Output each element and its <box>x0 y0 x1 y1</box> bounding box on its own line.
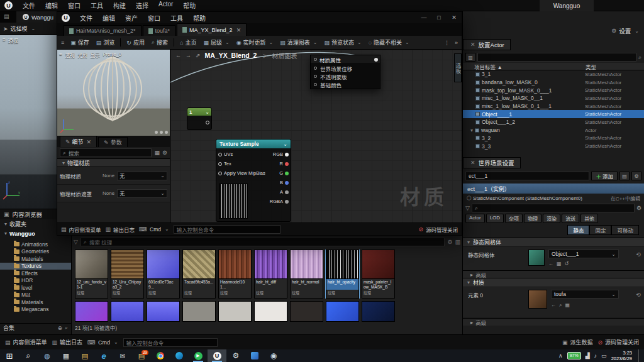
output-pin-row[interactable]: B <box>270 178 289 187</box>
details-category-物理[interactable]: 物理 <box>524 214 541 223</box>
taskbar-icon-search[interactable] <box>19 349 38 362</box>
breadcrumb-root[interactable]: MA_YX_Blend_2 <box>205 52 257 59</box>
toolbar-button-保存[interactable]: ▣保存 <box>67 37 92 48</box>
context-menu-item[interactable]: 基础颜色 <box>311 80 380 89</box>
menu-item-编辑[interactable]: 编辑 <box>40 0 63 11</box>
material-preview-viewport[interactable]: ≡ 透视 光照 显示 Profile_0 <box>57 50 170 136</box>
column-item-label[interactable]: 项目标签 ▲ <box>474 63 502 70</box>
tab-details[interactable]: ✎ 细节 ✕ <box>60 136 97 147</box>
tree-item-Animations[interactable]: Animations <box>0 241 71 248</box>
toolbar-button-隐藏不相关[interactable]: ◌隐藏不相关⌄ <box>365 37 413 48</box>
material-thumbnail[interactable] <box>528 290 547 309</box>
tray-chevron-icon[interactable]: ∧ <box>558 353 563 359</box>
details-category-渲染[interactable]: 渲染 <box>543 214 560 223</box>
content-drawer-button[interactable]: ▤ 内容侧滑菜单 <box>61 226 101 233</box>
details-category-流送[interactable]: 流送 <box>562 214 579 223</box>
outliner-filter-icon[interactable]: ▥ <box>465 53 475 62</box>
details-search-input[interactable]: ⌕ 搜索 <box>60 148 152 157</box>
section-materials[interactable]: ▾ 材质 <box>463 278 644 287</box>
minimize-icon[interactable]: — <box>416 14 431 21</box>
more-icon[interactable]: ⋮ <box>444 40 450 46</box>
outliner-row[interactable]: ▾waguanActor <box>463 126 644 134</box>
asset-tile[interactable]: 7acad9fc453a...纹理 <box>182 250 216 299</box>
tree-item-HDR[interactable]: HDR <box>0 277 71 285</box>
dock-icon[interactable]: ▤ <box>4 13 9 19</box>
toolbar-button-实时更新[interactable]: ◉实时更新⌄ <box>233 37 277 48</box>
texture-sample-node[interactable]: Texture Sample ⌄ UVsTexApply View MipBia… <box>216 139 291 222</box>
toolbar-button-清理图表[interactable]: ▧清理图表⌄ <box>277 37 320 48</box>
toolbar-button-浏览[interactable]: ▤浏览 <box>93 37 118 48</box>
tree-item-Materials[interactable]: Materials <box>0 299 71 306</box>
toolbar-button-主页[interactable]: ⌂主页 <box>177 37 199 48</box>
taskbar-icon-folder[interactable]: 39 <box>132 349 151 362</box>
tree-item-level[interactable]: level <box>0 284 71 292</box>
place-actors-tab[interactable]: ✕ 放置Actor <box>463 39 511 50</box>
collections-row[interactable]: 合集 ⊕ ⌕ <box>0 323 71 332</box>
search-icon[interactable]: ⌕ <box>65 324 68 331</box>
menu-item-构建[interactable]: 构建 <box>108 0 131 11</box>
material-graph[interactable]: ← → ⇗ MA_YX_Blend_2 ＞ 材质图表 选板 材质 材质属性 世界… <box>170 50 462 222</box>
taskbar-icon-photos[interactable] <box>245 349 264 362</box>
level-tab[interactable]: U Wanggu <box>16 11 60 23</box>
reset-to-default-icon[interactable]: ⟲ <box>636 292 641 298</box>
menu-item-帮助[interactable]: 帮助 <box>178 0 201 11</box>
tree-item-Effects[interactable]: Effects <box>0 270 71 277</box>
asset-search-input[interactable]: ⌕ 搜索 纹理 <box>80 238 445 246</box>
search-icon[interactable]: ⌕ <box>638 54 641 61</box>
notification-icon[interactable]: ▭ <box>601 353 607 359</box>
tab-close-icon[interactable]: ✕ <box>236 27 242 33</box>
output-pin-icon[interactable] <box>374 58 378 62</box>
list-icon[interactable]: ▤ <box>619 172 630 180</box>
preview-perspective[interactable]: 透视 <box>65 52 74 58</box>
toolbar-menu-icon[interactable]: ≡ <box>61 40 64 46</box>
filter-icon[interactable]: ▽ <box>74 239 78 245</box>
details-category-Actor[interactable]: Actor <box>465 214 485 223</box>
section-physical-material[interactable]: ▾ 物理材质 <box>57 158 170 167</box>
gear-icon[interactable]: ⚙ <box>162 150 167 156</box>
outliner-row[interactable]: 3_3StaticMeshActor <box>463 142 644 150</box>
world-settings-tab[interactable]: ✕ 世界场景设置 <box>463 157 521 168</box>
expand-icon[interactable]: » <box>455 40 458 46</box>
search-icon[interactable]: ⌕ <box>559 302 562 309</box>
toolbar-button-搜索[interactable]: ⌕搜索 <box>148 37 171 48</box>
cmd-dropdown[interactable]: ⌨ Cmd ⌄ <box>139 226 169 233</box>
asset-tile[interactable]: hair_ht_normal纹理 <box>290 250 323 299</box>
gear-icon[interactable]: ⚙ <box>636 205 641 211</box>
outliner-row[interactable]: Object___1_2StaticMeshActor <box>463 118 644 126</box>
tree-item-Megascans[interactable]: Megascans <box>0 306 71 314</box>
cmd-dropdown[interactable]: ⌨ Cmd ⌄ <box>87 339 118 346</box>
taskbar-icon-start[interactable] <box>0 349 19 362</box>
taskbar-icon-unreal[interactable] <box>208 349 226 362</box>
asset-editor-tab[interactable]: MA_YX_Blend_2✕ <box>177 23 247 36</box>
outliner-row[interactable]: 3_2StaticMeshActor <box>463 134 644 143</box>
select-mode-button[interactable]: 选择模 <box>11 25 28 33</box>
advanced-row[interactable]: ▸ 高级 <box>463 318 644 326</box>
mobility-可移动[interactable]: 可移动 <box>611 225 639 235</box>
gear-icon[interactable]: ⚙ <box>631 172 641 180</box>
taskbar-icon-chrome[interactable] <box>151 349 170 362</box>
details-search-input[interactable]: ect___1 <box>465 172 589 180</box>
taskbar-icon-cortana[interactable] <box>38 349 57 362</box>
tree-item-Materials[interactable]: Materials <box>0 255 71 263</box>
edit-cpp-link[interactable]: 在C++中编辑 <box>611 195 640 202</box>
battery-indicator[interactable]: 97% <box>567 352 581 359</box>
context-menu-item[interactable]: 不透明蒙版 <box>311 72 380 80</box>
output-log-button[interactable]: ▥ 输出日志 <box>52 338 83 346</box>
clock[interactable]: 3:23 2023/6/29 <box>611 350 632 361</box>
asset-tile[interactable] <box>75 301 108 322</box>
me-menu-item-窗口[interactable]: 窗口 <box>143 12 165 24</box>
settings-button[interactable]: ⚙ 设置 ⌄ <box>611 26 639 35</box>
asset-tile[interactable] <box>326 301 359 322</box>
toolbar-button-应用[interactable]: ↻应用 <box>123 37 148 48</box>
outliner-row[interactable]: Object____1StaticMeshActor <box>463 110 644 118</box>
me-menu-item-编辑[interactable]: 编辑 <box>97 12 120 24</box>
tab-close-icon[interactable]: ✕ <box>87 139 92 145</box>
component-row[interactable]: ⬡ StaticMeshComponent (StaticMeshCompone… <box>463 194 644 202</box>
output-pin-row[interactable]: RGB <box>270 150 289 159</box>
source-control-button[interactable]: ⊘ 源码管理关闭 <box>418 226 458 233</box>
me-menu-item-帮助[interactable]: 帮助 <box>188 12 211 24</box>
add-component-button[interactable]: ＋ 添加 <box>591 172 618 180</box>
browse-to-icon[interactable]: ← <box>551 302 556 309</box>
menu-item-窗口[interactable]: 窗口 <box>63 0 86 11</box>
taskbar-icon-edge[interactable] <box>94 349 113 362</box>
